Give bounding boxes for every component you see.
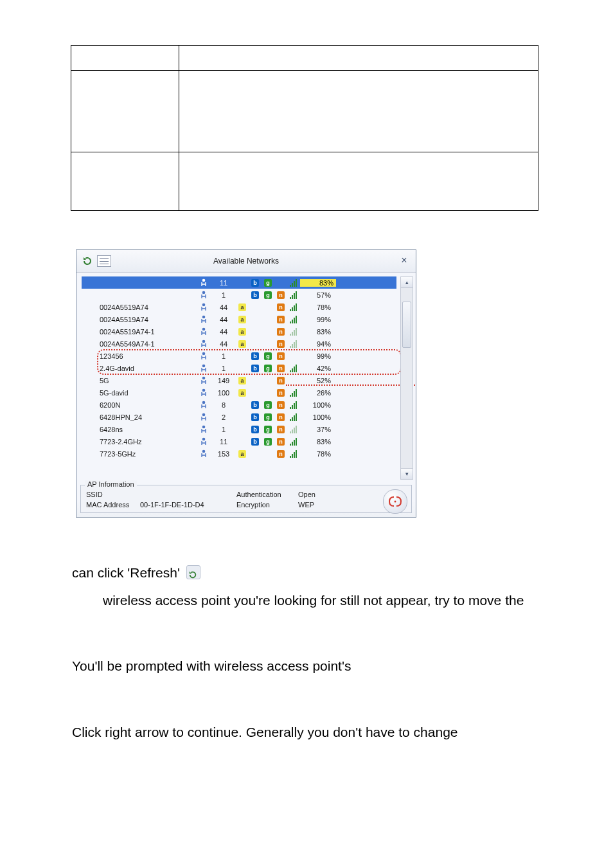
signal-percent: 57% — [300, 291, 335, 299]
signal-icon — [287, 389, 300, 397]
infrastructure-icon — [196, 339, 211, 348]
signal-icon — [287, 365, 300, 372]
mode-g-icon: g — [262, 425, 274, 434]
svg-point-0 — [202, 278, 206, 282]
scrollbar[interactable]: ▴ ▾ — [400, 276, 413, 480]
mode-n-icon: n — [274, 388, 287, 397]
mode-g-icon: g — [262, 413, 274, 422]
network-ssid: 2.4G-david — [100, 365, 196, 372]
mode-b-icon: b — [249, 278, 262, 287]
signal-percent: 52% — [300, 377, 335, 384]
mode-n-icon: n — [274, 291, 287, 300]
network-channel: 44 — [211, 328, 236, 336]
signal-icon — [287, 450, 300, 458]
mode-a-icon: a — [236, 303, 249, 312]
network-row[interactable]: 6428ns1bgn37% — [82, 423, 396, 435]
infrastructure-icon — [196, 388, 211, 397]
network-ssid: 6200N — [100, 401, 196, 409]
list-view-icon[interactable] — [97, 254, 111, 268]
scroll-up-icon[interactable]: ▴ — [401, 277, 413, 288]
svg-point-14 — [202, 449, 206, 453]
network-row[interactable]: 0024A5519A74-144an83% — [82, 325, 396, 338]
available-networks-window: Available Networks × 11bg83%1bgn57%0024A… — [76, 249, 416, 518]
signal-icon — [287, 438, 300, 446]
mode-a-icon: a — [236, 388, 249, 397]
signal-icon — [287, 401, 300, 409]
ap-information-group: AP Information SSID Authentication Open … — [80, 485, 412, 513]
mode-n-icon: n — [274, 401, 287, 410]
mode-a-icon: a — [236, 376, 249, 385]
svg-point-15 — [395, 501, 396, 503]
network-channel: 8 — [211, 401, 236, 409]
auth-label: Authentication — [236, 491, 298, 498]
network-channel: 1 — [211, 365, 236, 372]
svg-point-2 — [202, 303, 206, 306]
network-row[interactable]: 0024A5549A74-144an94% — [82, 338, 396, 350]
network-channel: 100 — [211, 389, 236, 397]
network-channel: 1 — [211, 426, 236, 433]
scroll-thumb[interactable] — [402, 302, 411, 348]
connect-arrow-button[interactable] — [383, 489, 407, 514]
signal-percent: 99% — [300, 352, 335, 360]
network-channel: 11 — [211, 438, 236, 446]
ap-legend: AP Information — [85, 480, 137, 488]
network-row[interactable]: 0024A5519A7444an78% — [82, 301, 396, 313]
network-channel: 44 — [211, 316, 236, 323]
mode-g-icon: g — [262, 291, 274, 300]
infrastructure-icon — [196, 437, 211, 446]
network-row[interactable]: 6428HPN_242bgn100% — [82, 411, 396, 423]
mode-g-icon: g — [262, 437, 274, 446]
signal-icon — [287, 413, 300, 421]
close-button[interactable]: × — [398, 254, 411, 267]
enc-label: Encryption — [236, 501, 298, 509]
signal-percent: 100% — [300, 413, 335, 421]
network-row[interactable]: 7723-5GHz153an78% — [82, 448, 396, 460]
mode-g-icon: g — [262, 278, 274, 287]
svg-point-13 — [202, 437, 206, 440]
mode-n-icon: n — [274, 352, 287, 361]
network-row[interactable]: 0024A5519A7444an99% — [82, 313, 396, 325]
network-row[interactable]: 1bgn57% — [82, 289, 396, 301]
signal-icon — [287, 340, 300, 348]
network-row[interactable]: 11bg83% — [82, 276, 396, 289]
infrastructure-icon — [196, 327, 211, 336]
mode-n-icon: n — [274, 315, 287, 324]
mode-n-icon: n — [274, 364, 287, 373]
network-row[interactable]: 7723-2.4GHz11bgn83% — [82, 435, 396, 448]
network-row[interactable]: 1234561bgn99% — [82, 350, 396, 362]
infrastructure-icon — [196, 278, 211, 287]
network-channel: 44 — [211, 303, 236, 311]
mode-g-icon: g — [262, 401, 274, 410]
network-channel: 149 — [211, 377, 236, 384]
svg-point-1 — [202, 291, 206, 294]
signal-percent: 83% — [300, 438, 335, 446]
mode-g-icon: g — [262, 364, 274, 373]
infrastructure-icon — [196, 315, 211, 324]
network-row[interactable]: 5G149an52% — [82, 374, 396, 386]
signal-percent: 78% — [300, 450, 335, 458]
mode-g-icon: g — [262, 352, 274, 361]
mode-b-icon: b — [249, 291, 262, 300]
network-ssid: 6428ns — [100, 426, 196, 433]
infrastructure-icon — [196, 413, 211, 422]
network-row[interactable]: 2.4G-david1bgn42% — [82, 362, 396, 374]
network-ssid: 5G-david — [100, 389, 196, 397]
auth-value: Open — [298, 491, 315, 498]
scroll-down-icon[interactable]: ▾ — [401, 468, 413, 479]
instruction-line-2: wireless access point you're looking for… — [103, 590, 594, 611]
signal-percent: 37% — [300, 426, 335, 433]
signal-percent: 94% — [300, 340, 335, 348]
mode-n-icon: n — [274, 425, 287, 434]
network-row[interactable]: 5G-david100an26% — [82, 386, 396, 399]
network-row[interactable]: 6200N8bgn100% — [82, 399, 396, 411]
network-ssid: 0024A5519A74 — [100, 303, 196, 311]
instruction-line-1: can click 'Refresh' — [72, 563, 594, 584]
mode-b-icon: b — [249, 401, 262, 410]
svg-point-11 — [202, 413, 206, 416]
mode-b-icon: b — [249, 413, 262, 422]
infrastructure-icon — [196, 449, 211, 458]
svg-point-12 — [202, 425, 206, 428]
infrastructure-icon — [196, 364, 211, 373]
refresh-icon[interactable] — [80, 254, 94, 268]
signal-percent: 78% — [300, 303, 335, 311]
